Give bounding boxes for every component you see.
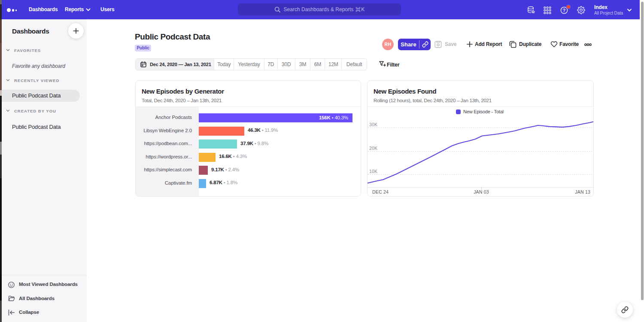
- svg-text:?: ?: [563, 8, 565, 13]
